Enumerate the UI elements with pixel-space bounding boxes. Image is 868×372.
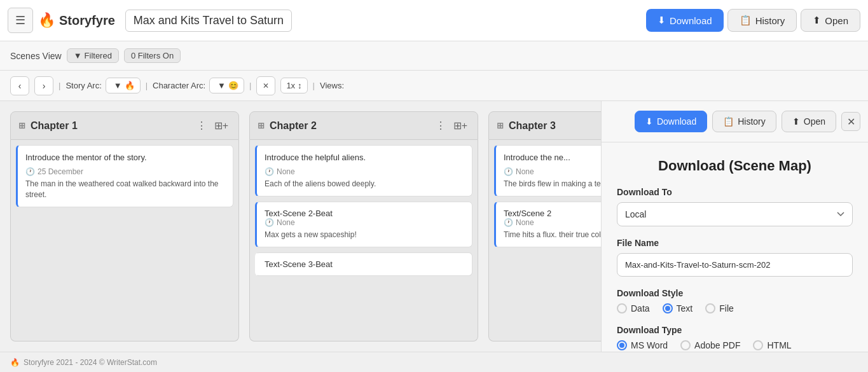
- hamburger-icon: ☰: [15, 13, 25, 27]
- download-style-radios: Data Text File: [617, 303, 853, 313]
- panel-open-button[interactable]: ⬆ Open: [782, 111, 836, 132]
- chapter2-more-button[interactable]: ⋮: [433, 118, 448, 133]
- type-pdf-radio[interactable]: Adobe PDF: [680, 340, 740, 350]
- file-name-input[interactable]: [617, 253, 853, 277]
- card-ch3-2-meta-val: None: [516, 218, 534, 227]
- chapter1-body: Introduce the mentor of the story. 🕐 25 …: [10, 140, 239, 341]
- chapter1-more-button[interactable]: ⋮: [194, 118, 209, 133]
- story-arc-section: Story Arc: ▼ 🔥: [65, 78, 140, 93]
- story-arc-label: Story Arc:: [65, 81, 101, 90]
- style-text-label: Text: [677, 303, 693, 313]
- card-ch2-2[interactable]: Text-Scene 2-Beat 🕐 None Max gets a new …: [255, 202, 472, 247]
- history-icon: 📋: [740, 15, 752, 26]
- views-label: Views:: [320, 81, 344, 90]
- chapter2-grid-icon: ⊞: [258, 121, 265, 130]
- card-ch2-1-meta-val: None: [277, 167, 295, 176]
- download-to-label: Download To: [617, 187, 853, 197]
- main-content: ⊞ Chapter 1 ⋮ ⊞+ Introduce the mentor of…: [0, 101, 868, 352]
- card-ch3-1-excerpt: The birds flew in making a terrible the …: [504, 179, 601, 189]
- file-name-group: File Name: [617, 238, 853, 277]
- card-ch2-1-meta: 🕐 None: [265, 167, 464, 176]
- chapter2-column: ⊞ Chapter 2 ⋮ ⊞+ Introduce the helpful a…: [249, 111, 478, 341]
- card-ch1-1-excerpt: The man in the weathered coat walked bac…: [25, 179, 225, 200]
- arc-toolbar: ‹ › | Story Arc: ▼ 🔥 | Character Arc: ▼ …: [0, 71, 868, 101]
- zoom-arrow: ↕: [298, 81, 302, 90]
- prev-arrow-button[interactable]: ‹: [10, 76, 29, 95]
- panel-download-button[interactable]: ⬇ Download: [635, 111, 707, 132]
- card-ch2-1[interactable]: Introduce the helpful aliens. 🕐 None Eac…: [255, 145, 472, 196]
- chapter1-actions: ⋮ ⊞+: [194, 118, 231, 133]
- character-arc-section: Character Arc: ▼ 😊: [153, 78, 244, 93]
- open-nav-button[interactable]: ⬆ Open: [801, 9, 860, 32]
- panel-history-icon: 📋: [723, 116, 734, 127]
- zoom-value: 1x: [286, 81, 295, 90]
- chapter3-grid-icon: ⊞: [497, 121, 504, 130]
- clock-icon-4: 🕐: [504, 167, 513, 176]
- scene-board: ⊞ Chapter 1 ⋮ ⊞+ Introduce the mentor of…: [0, 101, 601, 352]
- char-arc-emoji: 😊: [228, 81, 238, 90]
- card-ch3-2-title: Text/Scene 2: [504, 209, 601, 218]
- style-text-radio[interactable]: Text: [663, 303, 693, 313]
- story-title[interactable]: Max and Kits Travel to Saturn: [125, 10, 292, 32]
- card-ch1-1[interactable]: Introduce the mentor of the story. 🕐 25 …: [16, 145, 233, 207]
- card-ch2-1-title: Introduce the helpful aliens.: [265, 152, 464, 163]
- download-nav-button[interactable]: ⬇ Download: [646, 9, 724, 32]
- filtered-button[interactable]: ▼ Filtered: [67, 48, 119, 63]
- card-ch1-1-title: Introduce the mentor of the story.: [25, 152, 225, 163]
- download-style-group: Download Style Data Text File: [617, 288, 853, 313]
- card-ch2-1-excerpt: Each of the aliens bowed deeply.: [265, 179, 464, 189]
- panel-open-label: Open: [804, 116, 825, 127]
- panel-close-button[interactable]: ✕: [841, 112, 860, 131]
- zoom-dropdown[interactable]: 1x ↕: [280, 78, 307, 93]
- story-arc-flame: 🔥: [125, 81, 135, 90]
- download-to-select[interactable]: Local Cloud Drive: [617, 202, 853, 226]
- next-arrow-button[interactable]: ›: [34, 76, 53, 95]
- type-msword-radio[interactable]: MS Word: [617, 340, 668, 350]
- nav-right: ⬇ Download 📋 History ⬆ Open: [646, 9, 860, 32]
- chapter1-add-button[interactable]: ⊞+: [212, 118, 231, 133]
- scenes-view-label: Scenes View: [10, 51, 62, 61]
- style-file-radio[interactable]: File: [705, 303, 734, 313]
- type-html-radio[interactable]: HTML: [753, 340, 791, 350]
- clock-icon-3: 🕐: [265, 218, 274, 227]
- card-ch3-1-title: Introduce the ne...: [504, 152, 601, 163]
- card-ch2-3[interactable]: Text-Scene 3-Beat: [255, 252, 472, 276]
- filter-icon: ▼: [74, 51, 82, 60]
- story-arc-chevron: ▼: [114, 81, 122, 90]
- chapter1-title: Chapter 1: [31, 120, 78, 132]
- panel-title: Download (Scene Map): [617, 158, 853, 174]
- card-ch3-2-excerpt: Time hits a flux. their true colors, sky…: [504, 230, 601, 240]
- style-data-radio[interactable]: Data: [617, 303, 650, 313]
- expand-button[interactable]: ✕: [256, 76, 275, 95]
- style-text-circle: [663, 303, 673, 313]
- story-arc-dropdown[interactable]: ▼ 🔥: [106, 78, 141, 93]
- history-nav-button[interactable]: 📋 History: [727, 9, 797, 32]
- open-icon: ⬆: [813, 15, 821, 26]
- card-ch2-2-title: Text-Scene 2-Beat: [265, 209, 464, 218]
- close-icon: ✕: [847, 116, 855, 128]
- card-ch3-2[interactable]: Text/Scene 2 🕐 None Time hits a flux. th…: [494, 202, 601, 247]
- chapter1-grid-icon: ⊞: [18, 121, 25, 130]
- filters-on-badge[interactable]: 0 Filters On: [124, 48, 181, 63]
- character-arc-dropdown[interactable]: ▼ 😊: [209, 78, 244, 93]
- chapter3-title: Chapter 3: [509, 120, 556, 132]
- download-type-group: Download Type MS Word Adobe PDF HTML: [617, 325, 853, 350]
- type-html-circle: [753, 340, 763, 350]
- app-logo: 🔥 Storyfyre: [38, 12, 115, 29]
- card-ch2-2-excerpt: Max gets a new spaceship!: [265, 230, 464, 240]
- chapter2-body: Introduce the helpful aliens. 🕐 None Eac…: [249, 140, 478, 341]
- card-ch3-1[interactable]: Introduce the ne... 🕐 None The birds fle…: [494, 145, 601, 196]
- type-pdf-label: Adobe PDF: [694, 340, 740, 350]
- download-nav-label: Download: [670, 15, 712, 26]
- download-to-group: Download To Local Cloud Drive: [617, 187, 853, 226]
- panel-history-button[interactable]: 📋 History: [712, 111, 776, 132]
- history-nav-label: History: [755, 15, 785, 26]
- scenes-toolbar: Scenes View ▼ Filtered 0 Filters On: [0, 41, 868, 71]
- menu-button[interactable]: ☰: [8, 8, 33, 33]
- card-ch2-2-meta: 🕐 None: [265, 218, 464, 227]
- open-nav-label: Open: [825, 15, 848, 26]
- type-msword-circle: [617, 340, 627, 350]
- character-arc-label: Character Arc:: [153, 81, 205, 90]
- chapter2-add-button[interactable]: ⊞+: [451, 118, 470, 133]
- panel-download-icon: ⬇: [645, 116, 653, 127]
